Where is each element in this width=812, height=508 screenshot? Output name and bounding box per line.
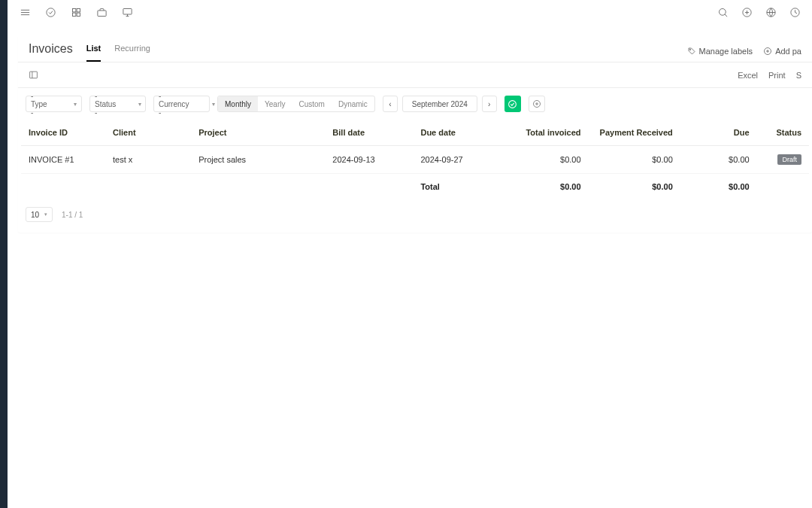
invoice-table: Invoice ID Client Project Bill date Due … [21, 120, 809, 199]
add-payment-label: Add pa [775, 47, 801, 56]
th-client[interactable]: Client [107, 120, 192, 146]
date-next-button[interactable]: › [482, 96, 497, 112]
cell-project: Project sales [192, 146, 326, 174]
cell-due-date: 2024-09-27 [414, 146, 502, 174]
currency-select-label: - Currency - [159, 92, 189, 117]
page-info: 1-1 / 1 [62, 211, 83, 219]
svg-rect-5 [77, 9, 80, 12]
date-range-label[interactable]: September 2024 [402, 96, 477, 112]
cell-bill-date: 2024-09-13 [326, 146, 414, 174]
chevron-left-icon: ‹ [389, 100, 391, 108]
period-monthly[interactable]: Monthly [218, 96, 258, 111]
refresh-button[interactable] [504, 96, 521, 112]
tabs: List Recurring [86, 35, 150, 62]
add-filter-button[interactable] [529, 96, 545, 112]
period-mode-segmented: Monthly Yearly Custom Dynamic [217, 96, 375, 112]
cell-due: $0.00 [679, 146, 756, 174]
currency-select[interactable]: - Currency - ▾ [153, 96, 210, 112]
svg-point-12 [719, 9, 726, 16]
cell-client: test x [107, 146, 192, 174]
svg-rect-6 [72, 13, 75, 16]
svg-line-13 [725, 14, 727, 17]
period-custom[interactable]: Custom [292, 96, 331, 111]
total-due: $0.00 [679, 174, 756, 200]
add-payment-button[interactable]: Add pa [763, 47, 801, 56]
svg-point-26 [509, 100, 517, 108]
export-excel-button[interactable]: Excel [738, 71, 758, 80]
monitor-icon[interactable] [120, 6, 134, 20]
plus-circle-icon [763, 47, 772, 56]
main: Invoices List Recurring Manage labels Ad… [8, 0, 812, 508]
table-row[interactable]: INVOICE #1 test x Project sales 2024-09-… [21, 146, 809, 174]
svg-rect-7 [77, 13, 80, 16]
tab-recurring[interactable]: Recurring [114, 44, 150, 62]
page-size-value: 10 [31, 211, 39, 219]
check-circle-icon[interactable] [44, 6, 57, 20]
clock-icon[interactable] [788, 6, 801, 20]
check-circle-icon [508, 99, 517, 109]
globe-icon[interactable] [764, 6, 777, 20]
type-select-label: - Type - [31, 92, 51, 117]
total-label: Total [414, 174, 502, 200]
svg-rect-24 [30, 71, 38, 78]
chevron-down-icon: ▾ [44, 211, 47, 217]
cell-payment-received: $0.00 [587, 146, 679, 174]
chevron-down-icon: ▾ [74, 101, 77, 108]
sidebar [0, 0, 8, 508]
table-header-row: Invoice ID Client Project Bill date Due … [21, 120, 809, 146]
th-project[interactable]: Project [192, 120, 326, 146]
chevron-down-icon: ▾ [138, 101, 141, 108]
page-size-select[interactable]: 10 ▾ [26, 207, 53, 222]
type-select[interactable]: - Type - ▾ [26, 96, 82, 112]
svg-point-3 [46, 8, 54, 17]
th-bill-date[interactable]: Bill date [326, 120, 414, 146]
th-total-invoiced[interactable]: Total invoiced [503, 120, 587, 146]
invoices-card: Invoices List Recurring Manage labels Ad… [18, 35, 812, 233]
svg-rect-4 [72, 9, 75, 12]
total-payment-received: $0.00 [587, 174, 679, 200]
th-invoice-id[interactable]: Invoice ID [21, 120, 107, 146]
tab-list[interactable]: List [86, 44, 102, 62]
table-total-row: Total $0.00 $0.00 $0.00 [21, 174, 809, 200]
total-invoiced: $0.00 [503, 174, 587, 200]
grid-icon[interactable] [69, 6, 83, 20]
panel-toggle-icon[interactable] [29, 70, 38, 80]
page-title: Invoices [29, 42, 73, 62]
date-prev-button[interactable]: ‹ [383, 96, 398, 112]
svg-rect-8 [97, 11, 105, 17]
manage-labels-button[interactable]: Manage labels [687, 47, 753, 56]
cell-invoice-id: INVOICE #1 [21, 146, 107, 174]
extra-button[interactable]: S [796, 71, 801, 80]
th-due-date[interactable]: Due date [414, 120, 502, 146]
topbar [8, 0, 812, 25]
chevron-down-icon: ▾ [212, 101, 215, 108]
status-select[interactable]: - Status - ▾ [89, 96, 146, 112]
th-payment-received[interactable]: Payment Received [587, 120, 679, 146]
svg-rect-9 [123, 9, 131, 15]
th-due[interactable]: Due [679, 120, 756, 146]
search-icon[interactable] [716, 6, 729, 20]
menu-icon[interactable] [18, 6, 32, 20]
th-status[interactable]: Status [756, 120, 809, 146]
tag-icon [687, 47, 696, 56]
manage-labels-label: Manage labels [699, 47, 753, 56]
plus-circle-icon [532, 99, 541, 108]
briefcase-icon[interactable] [95, 6, 108, 20]
period-dynamic[interactable]: Dynamic [332, 96, 374, 111]
status-select-label: - Status - [95, 92, 116, 117]
print-button[interactable]: Print [768, 71, 786, 80]
chevron-right-icon: › [488, 100, 490, 108]
period-yearly[interactable]: Yearly [258, 96, 292, 111]
cell-total-invoiced: $0.00 [503, 146, 587, 174]
add-circle-icon[interactable] [740, 6, 753, 20]
svg-point-20 [689, 49, 691, 50]
status-badge: Draft [777, 154, 801, 165]
cell-status: Draft [756, 146, 809, 174]
